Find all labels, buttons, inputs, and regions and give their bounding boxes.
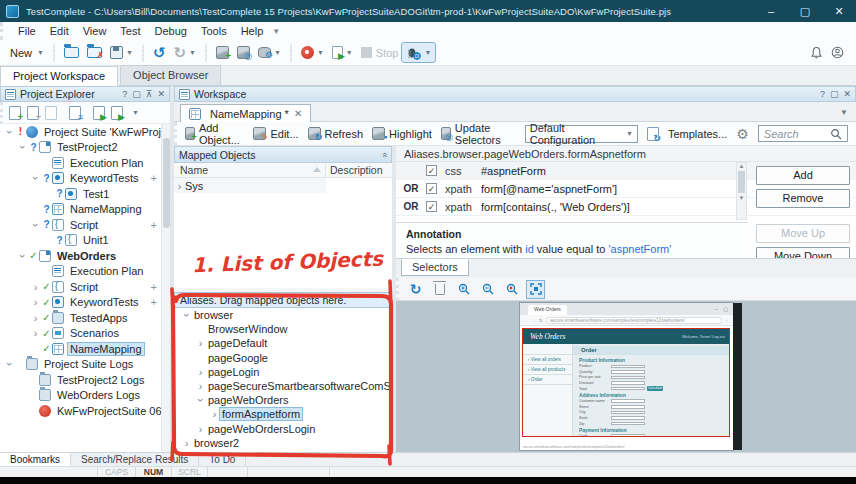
bottom-tab-bookmarks[interactable]: Bookmarks [0,453,71,466]
menu-help[interactable]: Help [234,24,271,38]
extend-plus-icon[interactable]: + [151,219,157,231]
open-file-button[interactable] [60,45,83,60]
move-up-button[interactable]: Move Up [756,224,850,243]
close-panel-icon[interactable]: ✕ [157,89,165,99]
zoom-out-button[interactable] [479,281,496,298]
bottom-tab-to-do[interactable]: To Do [199,453,246,466]
alias-item[interactable]: ›pageDefault [175,336,392,350]
zoom-reset-button[interactable] [503,281,520,298]
alias-item[interactable]: ›pageSecureSmartbearsoftwareComSa [175,379,392,393]
templates-button[interactable]: Templates... [668,128,727,140]
tab-namemapping[interactable]: NameMapping * ✕ [180,104,311,122]
save-button[interactable]: ▼ [106,44,137,61]
run-button[interactable]: ▶▼ [328,44,357,61]
tree-item[interactable]: ›Project Suite Logs [0,357,161,373]
run-suite-icon[interactable]: ▶ [111,106,123,120]
column-name[interactable]: Name [174,163,326,177]
float-icon[interactable]: ▢ [132,89,141,99]
tree-item[interactable]: ›?KeywordTests+ [0,171,161,187]
object-spy-button[interactable]: ◎ [233,44,254,61]
update-selectors-button[interactable]: ◎Update Selectors [441,122,516,146]
search-input[interactable]: Search [758,125,848,142]
add-object-toolbar-button[interactable]: +Add Object... [185,122,244,146]
tree-item[interactable]: WebOrders Logs [0,388,161,404]
tree-item[interactable]: Execution Plan [0,155,161,171]
refresh-toolbar-button[interactable]: ↻Refresh [308,127,364,140]
menu-file[interactable]: File [11,24,43,38]
mapped-object-row[interactable]: ›Sys [174,178,326,193]
ws-help-icon[interactable]: ? [820,89,825,99]
tree-item[interactable]: ›✓TestedApps [0,310,161,326]
stop-button[interactable]: Stop [357,45,403,61]
extend-plus-icon[interactable]: + [151,296,157,308]
tab-selectors[interactable]: Selectors [401,259,469,276]
alias-item[interactable]: pageGoogle [175,351,392,365]
expand-icon[interactable]: › [195,367,206,377]
extend-plus-icon[interactable]: + [151,172,157,184]
help-icon[interactable]: ? [122,89,127,99]
expand-icon[interactable]: › [30,313,41,323]
expand-icon[interactable]: › [5,359,15,370]
selector-checkbox[interactable]: ✓ [426,165,437,176]
configuration-dropdown[interactable]: Default Configuration▼ [525,125,638,143]
alias-item[interactable]: BrowserWindow [175,322,392,336]
close-tab-icon[interactable]: ✕ [294,108,302,119]
tree-item[interactable]: Execution Plan [0,264,161,280]
pin-icon[interactable]: ⊼ [146,89,153,99]
undo-button[interactable]: ↺ [149,44,170,62]
add-object-button[interactable]: + [212,44,233,61]
expand-icon[interactable]: › [18,250,28,261]
delete-image-button[interactable] [431,281,448,298]
tab-list-icon[interactable]: ▼ [840,108,848,117]
menu-view[interactable]: View [76,24,114,38]
tree-item[interactable]: ✓NameMapping [0,341,161,357]
expand-icon[interactable]: › [30,282,41,292]
selector-checkbox[interactable]: ✓ [426,201,437,212]
edit-toolbar-button[interactable]: ✎Edit... [253,127,298,140]
close-file-button[interactable]: ✗ [83,45,106,60]
bottom-tab-search-replace-results[interactable]: Search/Replace Results [71,453,199,466]
selector-scrollbar[interactable]: ▲▼ [736,162,747,220]
project-explorer-scrollbar[interactable] [161,124,170,452]
expand-icon[interactable]: › [30,328,41,338]
compare-configurations-button[interactable]: ↻ [647,127,659,141]
tree-item[interactable]: ›!Project Suite 'KwFwProjectSuite' (2 pr… [0,124,161,140]
ws-float-icon[interactable]: ▢ [830,89,839,99]
tree-item[interactable]: TestProject2 Logs [0,372,161,388]
menu-overflow-icon[interactable]: ▼ [272,27,280,36]
expand-icon[interactable]: › [195,381,206,391]
expand-icon[interactable]: › [31,173,41,184]
expand-icon[interactable]: › [181,438,192,448]
expand-icon[interactable]: › [209,409,220,419]
organize-tests-icon[interactable]: ≡ [69,106,81,120]
tree-item[interactable]: ?Unit1 [0,233,161,249]
debug-button[interactable]: ▼ [402,43,435,62]
settings-button[interactable]: ⚙ [736,126,749,142]
close-button[interactable]: ✕ [822,0,856,22]
add-new-project-icon[interactable]: + [9,106,21,120]
expand-icon[interactable]: › [182,310,192,321]
zoom-in-button[interactable] [455,281,472,298]
tab-project-workspace[interactable]: Project Workspace [0,66,118,86]
selector-checkbox[interactable]: ✓ [426,183,437,194]
tree-item[interactable]: ›?TestProject2 [0,140,161,156]
object-settings-button[interactable]: ⚙▼ [254,45,285,60]
alias-item[interactable]: ›pageWebOrders [175,393,392,407]
alias-item[interactable]: ›browser2 [175,436,392,450]
alias-item[interactable]: ›formAspnetform [175,407,392,421]
expand-icon[interactable]: › [174,181,185,191]
alias-item[interactable]: ›browser [175,308,392,322]
expand-icon[interactable]: › [18,142,28,153]
remove-selector-button[interactable]: Remove [756,189,850,208]
tab-object-browser[interactable]: Object Browser [120,65,221,85]
tree-item[interactable]: ›✓Script+ [0,279,161,295]
extend-plus-icon[interactable]: + [151,281,157,293]
menu-debug[interactable]: Debug [148,24,194,38]
menu-test[interactable]: Test [113,24,147,38]
tree-item[interactable]: ›✓Scenarios [0,326,161,342]
open-project-icon[interactable] [45,106,57,120]
record-button[interactable]: ▼ [297,44,328,61]
tree-item[interactable]: ›?Script+ [0,217,161,233]
minimize-button[interactable]: – [754,0,788,22]
expand-icon[interactable]: › [195,424,206,434]
